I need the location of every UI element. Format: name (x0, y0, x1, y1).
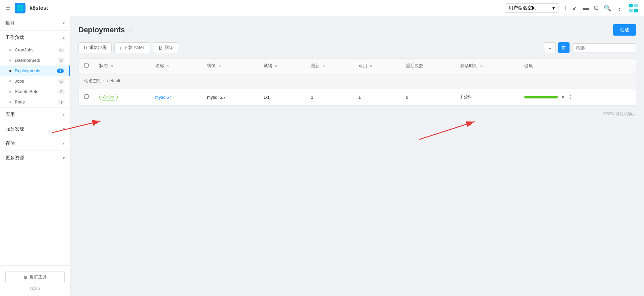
sidebar-group-service-discovery[interactable]: 服务发现 ▾ (0, 122, 70, 136)
page-title-row: Deployments ☆ (78, 26, 133, 34)
chevron-down-icon: ▾ (63, 141, 65, 146)
sidebar-item-cronjobs-label: CronJobs (15, 47, 34, 52)
copy-icon[interactable]: ⧉ (594, 4, 598, 11)
health-actions: ▾ ⋮ (560, 94, 574, 100)
main-layout: 集群 ▾ 工作负载 ▴ CronJobs 0 DaemonSets (0, 16, 644, 296)
sort-image-icon[interactable]: ⇅ (218, 64, 221, 68)
sidebar-group-more-resources[interactable]: 更多资源 ▾ (0, 151, 70, 165)
svg-rect-6 (629, 9, 633, 12)
sort-name-icon[interactable]: ⇅ (166, 64, 169, 68)
sidebar-item-cronjobs[interactable]: CronJobs 0 (0, 45, 70, 55)
download-yaml-button[interactable]: ↓ 下载 YAML (114, 42, 150, 53)
sidebar-item-daemonsets[interactable]: DaemonSets 0 (0, 55, 70, 66)
namespace-selector[interactable]: 用户命名空间 ▾ (505, 3, 558, 13)
row-latest-value: 1 (311, 95, 313, 100)
th-ready: 就绪 ⇅ (258, 59, 306, 73)
sidebar-group-more-resources-label: 更多资源 (5, 155, 24, 161)
sidebar-group-workloads[interactable]: 工作负载 ▴ (0, 31, 70, 45)
th-status: 状态 ⇅ (94, 59, 150, 73)
create-button[interactable]: 创建 (613, 24, 636, 36)
row-health-cell: ▾ ⋮ (519, 89, 636, 105)
hamburger-icon[interactable]: ☰ (5, 4, 11, 12)
sidebar-item-daemonsets-left: DaemonSets (9, 58, 40, 63)
delete-button[interactable]: 🗑 删除 (153, 42, 178, 53)
expand-button[interactable]: ▾ (560, 94, 566, 100)
th-health: 健康 (519, 59, 636, 73)
row-image-cell: mysql:5.7 (202, 89, 258, 105)
sidebar-item-statefulsets[interactable]: StatefulSets 0 (0, 86, 70, 97)
deployment-name-link[interactable]: mysql57 (155, 95, 171, 100)
search-icon[interactable]: 🔍 (604, 4, 611, 12)
dot-icon (9, 80, 11, 82)
sidebar-item-jobs[interactable]: Jobs 0 (0, 76, 70, 86)
row-checkbox-cell (79, 89, 94, 105)
row-available-value: 1 (359, 95, 361, 100)
svg-rect-5 (634, 4, 638, 7)
svg-rect-1 (20, 5, 23, 8)
sidebar-group-storage[interactable]: 存储 ▾ (0, 136, 70, 151)
delete-label: 删除 (164, 45, 173, 51)
deployments-table: 状态 ⇅ 名称 ⇅ 镜像 ⇅ 就绪 ⇅ (79, 59, 636, 105)
sort-uptime-icon[interactable]: ⇅ (480, 64, 483, 68)
select-all-checkbox[interactable] (84, 63, 89, 68)
th-status-label: 状态 (99, 63, 108, 68)
svg-rect-7 (634, 9, 638, 12)
th-uptime-label: 存活时间 (460, 63, 478, 68)
th-checkbox (79, 59, 94, 73)
row-ready-value: 1/1 (264, 95, 270, 100)
list-icon: ≡ (548, 45, 551, 50)
sort-available-icon[interactable]: ⇅ (370, 64, 372, 68)
sidebar-section-cluster: 集群 ▾ (0, 16, 70, 31)
table-header: 状态 ⇅ 名称 ⇅ 镜像 ⇅ 就绪 ⇅ (79, 59, 636, 73)
cluster-tools-button[interactable]: ⚙ 集群工具 (5, 271, 65, 283)
chevron-down-icon: ▾ (63, 127, 65, 131)
trash-icon: 🗑 (158, 45, 162, 50)
namespace-value: default (107, 78, 120, 83)
sort-latest-icon[interactable]: ⇅ (322, 64, 325, 68)
sidebar-item-pods[interactable]: Pods 1 (0, 97, 70, 107)
sidebar-group-storage-label: 存储 (5, 140, 15, 146)
page-footer: CSDN @机核动力 (78, 111, 636, 117)
gear-icon: ⚙ (23, 275, 28, 280)
sort-ready-icon[interactable]: ⇅ (275, 64, 277, 68)
th-available: 可用 ⇅ (353, 59, 401, 73)
header: ☰ k8stest 用户命名空间 ▾ ↑ ↙ ▬ ⧉ 🔍 ⋮ (0, 0, 644, 16)
row-available-cell: 1 (353, 89, 401, 105)
upload-icon[interactable]: ↑ (564, 4, 567, 11)
th-uptime: 存活时间 ⇅ (455, 59, 519, 73)
card-view-button[interactable]: ⊞ (558, 42, 570, 53)
sidebar-group-apps[interactable]: 应用 ▾ (0, 108, 70, 122)
row-uptime-cell: 1 分钟 (455, 89, 519, 105)
th-name: 名称 ⇅ (150, 59, 202, 73)
sidebar-group-apps-label: 应用 (5, 112, 15, 118)
sidebar-item-statefulsets-badge: 0 (58, 89, 65, 94)
sidebar-item-jobs-badge: 0 (58, 79, 65, 84)
sort-status-icon[interactable]: ⇅ (111, 64, 113, 68)
sidebar-item-pods-label: Pods (15, 99, 25, 104)
more-icon[interactable]: ⋮ (616, 4, 623, 12)
version-text: v2.6.9 (5, 286, 65, 291)
chevron-up-icon: ▴ (63, 35, 65, 40)
row-checkbox[interactable] (84, 94, 89, 99)
file-icon[interactable]: ▬ (583, 4, 589, 11)
app-logo (15, 3, 25, 13)
sidebar-item-cronjobs-badge: 0 (58, 48, 65, 52)
chevron-down-icon: ▾ (552, 5, 555, 11)
row-status-cell: Active (94, 89, 150, 105)
th-health-label: 健康 (524, 63, 533, 68)
list-view-button[interactable]: ≡ (544, 42, 555, 53)
th-ready-label: 就绪 (264, 63, 272, 68)
sidebar-group-cluster[interactable]: 集群 ▾ (0, 16, 70, 30)
th-restarts-label: 重启次数 (406, 63, 423, 68)
sidebar-item-deployments[interactable]: Deployments 1 (0, 66, 70, 76)
row-ready-cell: 1/1 (258, 89, 306, 105)
star-icon[interactable]: ☆ (128, 27, 133, 33)
download-icon[interactable]: ↙ (572, 4, 577, 12)
filter-input[interactable] (572, 43, 636, 52)
row-more-button[interactable]: ⋮ (567, 94, 574, 100)
sidebar-item-statefulsets-left: StatefulSets (9, 89, 38, 94)
sidebar-section-more-resources: 更多资源 ▾ (0, 151, 70, 165)
redeploy-label: 重新部署 (89, 45, 107, 51)
sidebar-group-cluster-label: 集群 (5, 20, 15, 26)
redeploy-button[interactable]: ↻ 重新部署 (78, 42, 112, 53)
